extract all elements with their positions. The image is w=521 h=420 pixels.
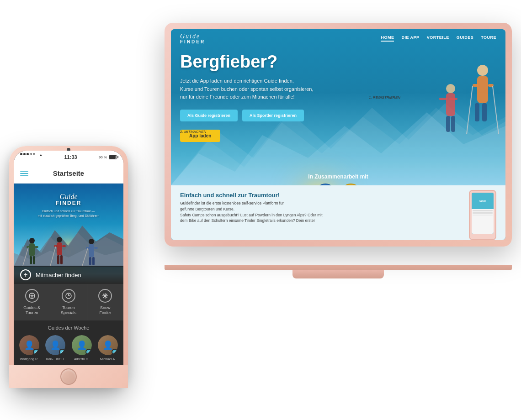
guide-badge-2 (59, 349, 65, 355)
snow-finder-label: SnowFinder (100, 305, 112, 315)
btn-sportler-register[interactable]: Als Sportler registrieren (242, 110, 304, 121)
phone-status-bar: ▲ 11:33 90 % (14, 151, 123, 163)
guide-badge-3 (85, 349, 92, 355)
laptop-mockup: Guide finder HOME DIE APP VORTEILE GUIDE… (165, 23, 512, 278)
guide-badge-4 (112, 349, 118, 355)
specials-icon (62, 289, 75, 303)
guide-michael[interactable]: 👤 Michael A. (98, 335, 118, 361)
hamburger-line-2 (20, 173, 28, 174)
battery-icon (109, 155, 117, 159)
nav-home[interactable]: HOME (381, 35, 394, 42)
guide-avatar-2: 👤 (45, 335, 65, 355)
dot-2 (23, 153, 26, 155)
phone-in-laptop: Guide (469, 190, 496, 240)
website-content: Guide finder HOME DIE APP VORTEILE GUIDE… (171, 29, 505, 240)
phone-inner: ▲ 11:33 90 % (14, 151, 123, 383)
svg-rect-26 (33, 256, 35, 264)
nav-links: HOME DIE APP VORTEILE GUIDES TOURE (381, 35, 496, 42)
status-icons: 90 % (99, 155, 117, 159)
dot-3 (27, 153, 29, 155)
dot-5 (33, 153, 35, 155)
dot-1 (20, 153, 22, 155)
svg-rect-5 (477, 76, 488, 103)
svg-point-43 (31, 295, 33, 297)
guide-name-1: Wolfgang R. (20, 357, 38, 361)
guide-avatar-4: 👤 (98, 335, 118, 355)
nav-vorteile[interactable]: VORTEILE (427, 35, 449, 42)
bottom-title: Einfach und schnell zur Traumtour! (180, 192, 496, 199)
svg-line-11 (493, 86, 499, 134)
touren-specials-label: TourenSpecials (61, 305, 76, 315)
mitmacher-button[interactable]: + Mitmacher finden (14, 266, 123, 284)
svg-rect-40 (92, 257, 95, 265)
svg-point-53 (104, 295, 106, 297)
guide-karl[interactable]: 👤 Karl-...inz H. (45, 335, 65, 361)
guides-section: Guides der Woche 👤 Wolfgang R. (14, 320, 123, 366)
guide-name-3: Alberto D. (74, 357, 89, 361)
guide-name-2: Karl-...inz H. (46, 357, 65, 361)
svg-rect-31 (62, 245, 66, 247)
guide-name-4: Michael A. (100, 357, 116, 361)
status-time: 11:33 (64, 154, 77, 160)
btn-guide-register[interactable]: Als Guide registrieren (180, 110, 238, 121)
guide-avatar-1: 👤 (19, 335, 39, 355)
phone-app-content: Guide finder Einfach und schnell zur Tra… (14, 184, 123, 383)
svg-rect-33 (60, 255, 63, 264)
battery-fill (109, 156, 116, 159)
svg-rect-8 (475, 103, 479, 121)
hamburger-line-1 (20, 171, 28, 172)
website-logo: Guide finder (180, 33, 205, 44)
hero-title: Bergfieber? (180, 52, 405, 72)
svg-rect-9 (482, 103, 487, 121)
svg-rect-39 (89, 257, 91, 265)
phone-hero: Guide finder Einfach und schnell zur Tra… (14, 184, 123, 284)
svg-point-21 (29, 238, 35, 243)
website-navbar: Guide finder HOME DIE APP VORTEILE GUIDE… (171, 29, 505, 47)
phone-in-laptop-screen: Guide (472, 193, 494, 234)
dot-4 (30, 153, 32, 155)
svg-rect-13 (446, 93, 455, 116)
hero-buttons: Als Guide registrieren Als Sportler regi… (180, 110, 405, 121)
svg-rect-36 (89, 244, 94, 257)
home-button[interactable] (60, 368, 77, 385)
svg-rect-29 (57, 242, 62, 255)
phone-people (18, 236, 119, 268)
collaboration-title: In Zusammenarbeit mit (180, 173, 496, 180)
grid-item-guides[interactable]: Guides &Touren (14, 284, 50, 320)
hamburger-menu[interactable] (20, 171, 28, 176)
nav-die-app[interactable]: DIE APP (401, 35, 419, 42)
svg-point-35 (89, 239, 94, 244)
phone-mockup: ▲ 11:33 90 % (9, 146, 128, 388)
guide-wolfgang[interactable]: 👤 Wolfgang R. (19, 335, 39, 361)
guides-touren-label: Guides &Touren (23, 305, 40, 315)
laptop-screen: Guide finder HOME DIE APP VORTEILE GUIDE… (171, 29, 505, 240)
annotation-mitmachen: 2. MITMACHEN (180, 130, 206, 134)
guides-section-title: Guides der Woche (19, 325, 118, 331)
annotation-registrieren: 1. REGISTRIEREN (369, 95, 400, 100)
svg-line-27 (23, 247, 28, 266)
grid-item-snow[interactable]: SnowFinder (87, 284, 123, 320)
guides-icon (25, 289, 39, 303)
phone-header-title: Startseite (53, 169, 84, 177)
phone-home-button-area (9, 365, 128, 388)
hamburger-line-3 (20, 175, 28, 176)
svg-rect-24 (35, 246, 38, 248)
svg-point-4 (477, 65, 488, 76)
svg-rect-38 (94, 247, 98, 249)
laptop-base (292, 270, 384, 278)
nav-toure[interactable]: TOURE (481, 35, 496, 42)
snow-icon (98, 289, 112, 303)
mitmacher-label: Mitmacher finden (36, 272, 81, 278)
laptop-body: Guide finder HOME DIE APP VORTEILE GUIDE… (165, 23, 512, 247)
phone-logo-area: Guide finder Einfach und schnell zur Tra… (14, 193, 123, 219)
grid-item-specials[interactable]: TourenSpecials (50, 284, 86, 320)
nav-guides[interactable]: GUIDES (457, 35, 474, 42)
guide-alberto[interactable]: 👤 Alberto D. (72, 335, 92, 361)
svg-point-28 (57, 237, 62, 242)
phone-header: Startseite (14, 163, 123, 184)
scene: Guide finder HOME DIE APP VORTEILE GUIDE… (9, 14, 512, 406)
guides-row: 👤 Wolfgang R. 👤 Karl-...inz (19, 335, 118, 361)
svg-rect-25 (30, 256, 32, 264)
svg-rect-22 (29, 243, 35, 256)
logo-line2: finder (180, 39, 205, 44)
